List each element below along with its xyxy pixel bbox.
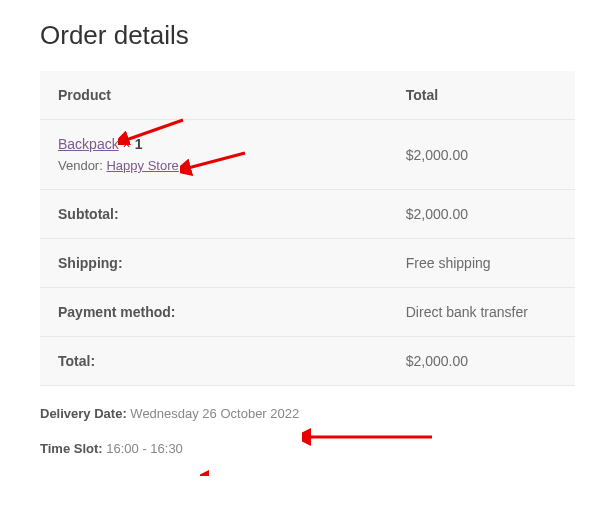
product-total: $2,000.00: [388, 120, 575, 190]
header-product: Product: [40, 71, 388, 120]
delivery-date-line: Delivery Date: Wednesday 26 October 2022: [40, 406, 575, 421]
payment-method-label: Payment method:: [40, 288, 388, 337]
shipping-value: Free shipping: [388, 239, 575, 288]
vendor-link[interactable]: Happy Store: [106, 158, 178, 173]
product-qty-prefix: ×: [123, 136, 135, 152]
shipping-label: Shipping:: [40, 239, 388, 288]
table-row: Backpack × 1 Vendor: Happy Store $2,000.…: [40, 120, 575, 190]
annotation-arrow-icon: [200, 470, 310, 476]
table-row: Total: $2,000.00: [40, 337, 575, 386]
total-value: $2,000.00: [388, 337, 575, 386]
delivery-date-label: Delivery Date:: [40, 406, 127, 421]
order-details-table: Product Total Backpack × 1 Vendor: Happy…: [40, 71, 575, 386]
header-total: Total: [388, 71, 575, 120]
total-label: Total:: [40, 337, 388, 386]
vendor-label: Vendor:: [58, 158, 106, 173]
product-link[interactable]: Backpack: [58, 136, 119, 152]
subtotal-value: $2,000.00: [388, 190, 575, 239]
table-row: Subtotal: $2,000.00: [40, 190, 575, 239]
table-row: Shipping: Free shipping: [40, 239, 575, 288]
timeslot-label: Time Slot:: [40, 441, 103, 456]
product-quantity: 1: [135, 136, 143, 152]
timeslot-line: Time Slot: 16:00 - 16:30: [40, 441, 575, 456]
page-title: Order details: [40, 20, 575, 51]
payment-method-value: Direct bank transfer: [388, 288, 575, 337]
product-cell: Backpack × 1 Vendor: Happy Store: [40, 120, 388, 190]
table-row: Payment method: Direct bank transfer: [40, 288, 575, 337]
vendor-line: Vendor: Happy Store: [58, 158, 370, 173]
subtotal-label: Subtotal:: [40, 190, 388, 239]
timeslot-value: 16:00 - 16:30: [106, 441, 183, 456]
delivery-date-value: Wednesday 26 October 2022: [130, 406, 299, 421]
